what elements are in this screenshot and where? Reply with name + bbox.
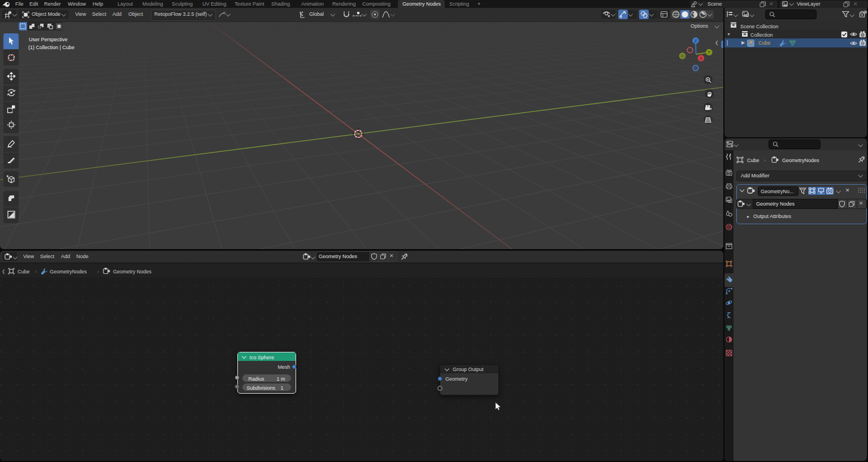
- svg-text:Y: Y: [708, 50, 710, 55]
- svg-text:X: X: [700, 56, 702, 61]
- svg-text:Z: Z: [695, 38, 697, 43]
